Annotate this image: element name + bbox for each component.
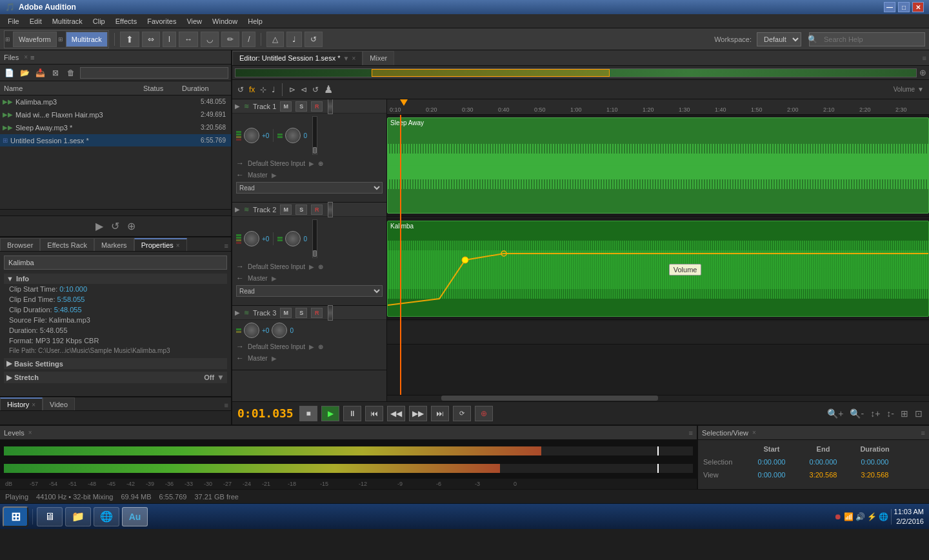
- menu-view[interactable]: View: [181, 16, 207, 26]
- track2-input-arrow[interactable]: ▶: [309, 263, 314, 270]
- file-row[interactable]: ▶▶ Sleep Away.mp3 * 3:20.568: [0, 121, 231, 134]
- files-panel-close[interactable]: ≡: [30, 54, 34, 61]
- track2-mode-select[interactable]: Read: [236, 285, 383, 297]
- tool-razor[interactable]: /: [242, 32, 255, 47]
- record-btn[interactable]: ⊕: [475, 406, 493, 421]
- track1-input-arrow[interactable]: ▶: [309, 160, 314, 167]
- tool-slice[interactable]: I: [163, 32, 176, 47]
- timeline-ruler[interactable]: 0:10 0:20 0:30 0:40 0:50 1:00 1:10 1:20 …: [387, 99, 929, 115]
- menu-window[interactable]: Window: [207, 16, 243, 26]
- props-tab-close[interactable]: ×: [176, 242, 180, 249]
- insert-btn[interactable]: ⊕: [127, 220, 135, 232]
- track3-input-icon[interactable]: ⊕: [318, 343, 323, 350]
- menu-help[interactable]: Help: [243, 16, 268, 26]
- track1-solo[interactable]: S: [295, 101, 307, 112]
- menu-multitrack[interactable]: Multitrack: [47, 16, 88, 26]
- close-file-btn[interactable]: ⊠: [49, 66, 62, 79]
- bottom-panel-menu[interactable]: ≡: [222, 400, 231, 410]
- stretch-arrow[interactable]: ▼: [217, 373, 225, 382]
- taskbar-audition[interactable]: Au: [122, 507, 148, 526]
- timeline-hscrollbar[interactable]: [387, 395, 929, 401]
- track1-input-icon[interactable]: ⊕: [318, 160, 323, 167]
- track2-clip[interactable]: Kalimba: [387, 221, 929, 317]
- menu-edit[interactable]: Edit: [25, 16, 47, 26]
- tl-sync-btn[interactable]: ↺: [236, 84, 245, 95]
- editor-tab-close[interactable]: ▼: [343, 55, 350, 62]
- track1-pan-knob[interactable]: [285, 128, 301, 143]
- files-hscrollbar[interactable]: [0, 209, 231, 215]
- zoom-out-time-btn[interactable]: 🔍-: [848, 407, 865, 420]
- tab-history[interactable]: History ×: [0, 397, 43, 410]
- to-end-button[interactable]: ⏭: [431, 406, 449, 421]
- open-file-btn[interactable]: 📂: [18, 66, 31, 79]
- track1-clip[interactable]: Sleep Away: [387, 117, 929, 214]
- track2-mute[interactable]: M: [280, 205, 292, 215]
- play-button[interactable]: ▶: [321, 406, 339, 421]
- tab-properties[interactable]: Properties ×: [134, 238, 187, 251]
- tl-metro-btn[interactable]: ♩: [270, 84, 277, 95]
- pause-button[interactable]: ⏸: [343, 406, 361, 421]
- track3-rec[interactable]: R: [311, 308, 323, 318]
- close-button[interactable]: ✕: [912, 2, 924, 12]
- track1-expand[interactable]: ▶: [235, 103, 240, 110]
- levels-close[interactable]: ×: [28, 429, 32, 436]
- zoom-sel-btn[interactable]: ⊡: [914, 407, 924, 420]
- zoom-fit-btn[interactable]: ⊕: [919, 68, 926, 77]
- metronome-button[interactable]: ♩: [286, 32, 302, 47]
- tool-fade[interactable]: ◡: [201, 32, 219, 47]
- track1-output-arrow[interactable]: ▶: [272, 172, 277, 179]
- file-row[interactable]: ▶▶ Kalimba.mp3 5:48.055: [0, 95, 231, 108]
- tl-out-btn[interactable]: ⊲: [299, 84, 308, 95]
- track3-mute[interactable]: M: [280, 308, 292, 318]
- minimap-bar[interactable]: [235, 68, 917, 77]
- track2-output-arrow[interactable]: ▶: [272, 275, 277, 282]
- track2-pan-knob[interactable]: [285, 231, 301, 246]
- tool-select[interactable]: ⬆: [120, 32, 139, 47]
- track2-expand[interactable]: ▶: [235, 206, 240, 213]
- minimize-button[interactable]: —: [884, 2, 895, 12]
- tab-browser[interactable]: Browser: [0, 238, 40, 251]
- track3-output-arrow[interactable]: ▶: [272, 355, 277, 362]
- loop-transport-btn[interactable]: ⟳: [453, 406, 471, 421]
- play-btn[interactable]: ▶: [95, 220, 103, 232]
- tool-time[interactable]: ⇔: [142, 32, 160, 47]
- editor-panel-menu[interactable]: ≡: [920, 53, 929, 63]
- track3-pan-knob[interactable]: [272, 323, 287, 338]
- menu-file[interactable]: File: [3, 16, 25, 26]
- loop-button[interactable]: ↺: [305, 32, 323, 47]
- taskbar-chrome[interactable]: 🌐: [94, 507, 119, 526]
- new-file-btn[interactable]: 📄: [3, 66, 15, 79]
- track3-expand[interactable]: ▶: [235, 309, 240, 316]
- panel-menu-btn[interactable]: ≡: [222, 241, 231, 251]
- editor-tab-session[interactable]: Editor: Untitled Session 1.sesx * ▼ ×: [232, 51, 363, 65]
- track3-vol-knob[interactable]: [244, 323, 259, 338]
- track1-mute[interactable]: M: [280, 101, 292, 112]
- track3-solo[interactable]: S: [295, 308, 307, 318]
- start-button[interactable]: ⊞: [3, 506, 28, 527]
- levels-menu[interactable]: ≡: [689, 429, 693, 437]
- zoom-in-amp-btn[interactable]: ↕+: [869, 407, 881, 420]
- track1-mode-select[interactable]: Read: [236, 182, 383, 194]
- track2-fader[interactable]: [312, 219, 317, 258]
- waveform-button[interactable]: Waveform: [13, 32, 57, 47]
- track1-vol-knob[interactable]: [244, 128, 259, 143]
- zoom-out-amp-btn[interactable]: ↕-: [885, 407, 895, 420]
- info-header[interactable]: ▼ Info: [4, 274, 227, 284]
- track3-input-arrow[interactable]: ▶: [309, 343, 314, 350]
- files-search[interactable]: [80, 67, 228, 79]
- tool-move[interactable]: ↔: [179, 32, 198, 47]
- basic-settings-header[interactable]: ▶ Basic Settings: [4, 358, 227, 369]
- file-row-selected[interactable]: ⊞ Untitled Session 1.sesx * 6:55.769: [0, 134, 231, 147]
- system-clock[interactable]: 11:03 AM 2/2/2016: [894, 507, 924, 526]
- menu-clip[interactable]: Clip: [88, 16, 110, 26]
- selection-close[interactable]: ×: [752, 429, 756, 436]
- snap-button[interactable]: △: [266, 32, 284, 47]
- loop-btn[interactable]: ↺: [111, 220, 119, 232]
- zoom-full-btn[interactable]: ⊞: [899, 407, 910, 420]
- tl-fx-btn[interactable]: fx: [248, 84, 256, 95]
- selection-menu[interactable]: ≡: [921, 429, 925, 437]
- menu-effects[interactable]: Effects: [110, 16, 142, 26]
- tl-in-btn[interactable]: ⊳: [288, 84, 297, 95]
- multitrack-button[interactable]: Multitrack: [66, 32, 108, 47]
- stretch-header[interactable]: ▶ Stretch Off ▼: [4, 372, 227, 383]
